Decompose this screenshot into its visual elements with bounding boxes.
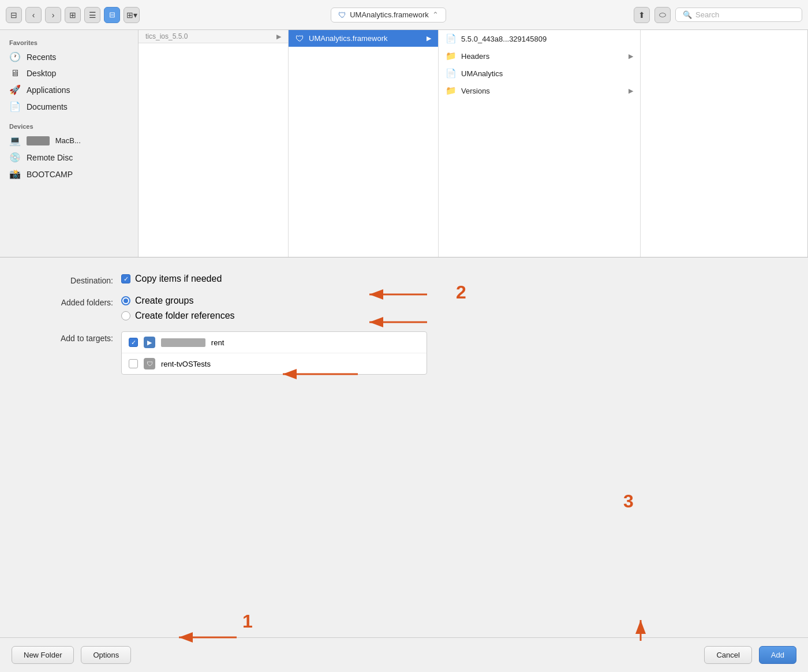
- dialog-panel: Destination: ✓ Copy items if needed Adde…: [0, 257, 808, 637]
- gallery-view-button[interactable]: ⊞▾: [124, 7, 140, 23]
- target-rent-label-redacted: ████: [161, 338, 205, 347]
- targets-control: ✓ ▶ ████ rent 🛡 rent-tvOSTests: [121, 331, 427, 375]
- col1-arrow-icon: ▶: [276, 33, 281, 40]
- sidebar-item-bootcamp[interactable]: 📸 BOOTCAMP: [0, 166, 138, 182]
- file-item-umanalytics-bin-label: UMAnalytics: [461, 69, 503, 78]
- file-hash-icon: 📄: [446, 33, 457, 44]
- versions-folder-icon: 📁: [446, 85, 457, 96]
- destination-control: ✓ Copy items if needed: [121, 274, 222, 284]
- file-item-headers-label: Headers: [461, 52, 489, 61]
- destination-row: Destination: ✓ Copy items if needed: [23, 274, 785, 285]
- create-folder-refs-label: Create folder references: [135, 311, 235, 321]
- sidebar-item-applications[interactable]: 🚀 Applications: [0, 81, 138, 98]
- annotation-number-2: 2: [456, 282, 466, 303]
- bootcamp-icon: 📸: [9, 169, 21, 180]
- sidebar-item-macbook[interactable]: 💻 ████ MacB...: [0, 132, 138, 149]
- added-folders-control: Create groups Create folder references: [121, 296, 235, 321]
- umanalytics-bin-icon: 📄: [446, 68, 457, 79]
- file-item-umanalytics-bin[interactable]: 📄 UMAnalytics: [439, 65, 640, 82]
- sidebar-toggle-button[interactable]: ⊟: [6, 7, 22, 23]
- target-rent-checkbox[interactable]: ✓: [129, 338, 138, 347]
- col1-header-label: tics_ios_5.5.0: [145, 32, 188, 40]
- create-groups-label: Create groups: [135, 296, 193, 306]
- target-tvostests-checkbox[interactable]: [129, 359, 138, 368]
- create-folder-refs-radio[interactable]: [121, 311, 130, 320]
- options-button[interactable]: Options: [81, 646, 131, 664]
- remote-disc-icon: 💿: [9, 152, 21, 163]
- path-label: UMAnalytics.framework: [350, 10, 429, 19]
- path-bar: 🛡 UMAnalytics.framework ⌃: [148, 8, 629, 23]
- new-folder-button[interactable]: New Folder: [12, 646, 74, 664]
- destination-label: Destination:: [23, 274, 121, 285]
- headers-folder-icon: 📁: [446, 51, 457, 61]
- target-rent-icon: ▶: [144, 337, 155, 348]
- devices-header: Devices: [0, 121, 138, 132]
- target-tvostests-label: rent-tvOSTests: [161, 360, 211, 368]
- forward-button[interactable]: ›: [45, 7, 61, 23]
- path-pill[interactable]: 🛡 UMAnalytics.framework ⌃: [331, 8, 446, 23]
- title-bar: ⊟ ‹ › ⊞ ☰ ⊟ ⊞▾ 🛡 UMAnalytics.framework ⌃…: [0, 0, 808, 30]
- file-item-umanalytics[interactable]: 🛡 UMAnalytics.framework ▶: [289, 30, 438, 47]
- annotation-number-1: 1: [242, 611, 253, 632]
- added-folders-row: Added folders: Create groups Create fold…: [23, 296, 785, 321]
- file-item-umanalytics-label: UMAnalytics.framework: [309, 34, 388, 43]
- copy-items-label: Copy items if needed: [135, 274, 222, 284]
- sidebar-item-label-recents: Recents: [27, 53, 56, 62]
- sidebar-item-macbook-suffix: MacB...: [55, 136, 81, 145]
- search-icon: 🔍: [683, 10, 692, 19]
- applications-icon: 🚀: [9, 84, 21, 95]
- column-view-button[interactable]: ⊟: [104, 7, 120, 23]
- file-item-versions[interactable]: 📁 Versions ▶: [439, 82, 640, 99]
- icon-view-button[interactable]: ⊞: [65, 7, 81, 23]
- versions-arrow-icon: ▶: [629, 87, 633, 95]
- macbook-icon: 💻: [9, 135, 21, 146]
- bottom-left-buttons: New Folder Options: [12, 646, 131, 664]
- sidebar-item-recents[interactable]: 🕐 Recents: [0, 48, 138, 65]
- targets-list: ✓ ▶ ████ rent 🛡 rent-tvOSTests: [121, 331, 427, 375]
- documents-icon: 📄: [9, 101, 21, 112]
- add-button[interactable]: Add: [759, 646, 796, 664]
- create-groups-radio[interactable]: [121, 296, 130, 305]
- sidebar-item-label-macbook-redacted: ████: [27, 136, 50, 145]
- added-folders-label: Added folders:: [23, 296, 121, 307]
- copy-items-checkbox[interactable]: ✓: [121, 274, 130, 283]
- file-item-hash[interactable]: 📄 5.5.0_443a8...329145809: [439, 30, 640, 47]
- create-groups-row: Create groups: [121, 296, 235, 306]
- framework-icon: 🛡: [338, 10, 346, 20]
- file-item-col1-header: tics_ios_5.5.0 ▶: [139, 30, 288, 43]
- cancel-button[interactable]: Cancel: [704, 646, 751, 664]
- target-item-rent[interactable]: ✓ ▶ ████ rent: [122, 332, 427, 353]
- sidebar-item-label-documents: Documents: [27, 102, 68, 111]
- tag-button[interactable]: ⬭: [654, 7, 671, 23]
- list-view-button[interactable]: ☰: [84, 7, 100, 23]
- share-button[interactable]: ⬆: [634, 7, 650, 23]
- back-button[interactable]: ‹: [25, 7, 42, 23]
- bottom-bar: New Folder Options Cancel Add: [0, 637, 808, 672]
- file-item-versions-label: Versions: [461, 87, 490, 95]
- search-bar[interactable]: 🔍 Search: [675, 8, 802, 22]
- sidebar-item-label-remote-disc: Remote Disc: [27, 153, 73, 162]
- path-chevron-icon: ⌃: [432, 10, 439, 19]
- file-item-hash-label: 5.5.0_443a8...329145809: [461, 35, 547, 43]
- target-tvostests-icon: 🛡: [144, 358, 155, 369]
- sidebar-item-desktop[interactable]: 🖥 Desktop: [0, 65, 138, 81]
- bottom-right-buttons: Cancel Add: [704, 646, 796, 664]
- sidebar-item-documents[interactable]: 📄 Documents: [0, 98, 138, 115]
- sidebar-item-label-bootcamp: BOOTCAMP: [27, 170, 73, 179]
- target-item-rent-tvostests[interactable]: 🛡 rent-tvOSTests: [122, 353, 427, 374]
- create-refs-row: Create folder references: [121, 311, 235, 321]
- add-to-targets-label: Add to targets:: [23, 331, 121, 343]
- annotation-number-3: 3: [623, 491, 634, 512]
- sidebar-item-label-desktop: Desktop: [27, 69, 56, 78]
- add-to-targets-row: Add to targets: ✓ ▶ ████ rent 🛡 rent-tvO…: [23, 331, 785, 375]
- window-controls: ⊟ ‹ › ⊞ ☰ ⊟ ⊞▾: [6, 7, 140, 23]
- destination-option-row: ✓ Copy items if needed: [121, 274, 222, 284]
- desktop-icon: 🖥: [9, 68, 21, 79]
- search-placeholder: Search: [695, 10, 719, 19]
- target-rent-label: rent: [211, 338, 224, 347]
- umanalytics-arrow-icon: ▶: [427, 35, 431, 42]
- favorites-header: Favorites: [0, 37, 138, 48]
- file-item-headers[interactable]: 📁 Headers ▶: [439, 47, 640, 65]
- sidebar-item-remote-disc[interactable]: 💿 Remote Disc: [0, 149, 138, 166]
- sidebar-item-label-applications: Applications: [27, 85, 70, 95]
